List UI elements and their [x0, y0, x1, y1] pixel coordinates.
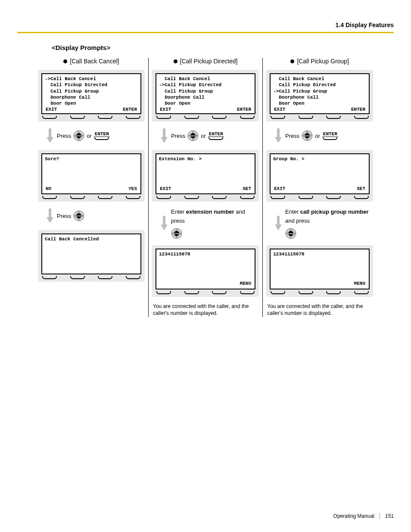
screen-footer: EXITENTER — [273, 106, 366, 112]
step-instruction: PressENTERorENTER — [274, 128, 373, 144]
arrow-down-icon — [274, 128, 283, 143]
softkey[interactable] — [212, 196, 227, 199]
softkey[interactable] — [240, 116, 255, 119]
softkey[interactable] — [299, 196, 313, 199]
soft-label-right: ENTER — [351, 106, 365, 112]
display-unit: Call Back Cancel ->Call Pickup Directed … — [152, 70, 259, 121]
nav-enter-icon[interactable]: ENTER — [302, 130, 313, 141]
softkey[interactable] — [271, 291, 285, 294]
softkey[interactable] — [156, 116, 171, 119]
soft-label-right: ENTER — [123, 106, 137, 112]
arrow-down-icon — [46, 208, 54, 223]
column: [Call Back Cancel]->Call Back Cancel Cal… — [34, 58, 148, 317]
display-unit: 12341115678MENU — [266, 245, 373, 297]
softkey[interactable] — [156, 291, 171, 294]
softkey[interactable] — [212, 291, 227, 294]
svg-marker-37 — [275, 137, 282, 143]
softkey[interactable] — [70, 276, 85, 279]
lcd-screen: Call Back Cancel Call Pickup Directed ->… — [270, 73, 370, 114]
soft-label-right: MENU — [240, 280, 251, 286]
softkey-row — [41, 274, 141, 279]
step-text: Enter call pickup group number and press — [285, 208, 373, 226]
soft-label-left: EXIT — [274, 106, 285, 112]
svg-text:ENTER: ENTER — [174, 233, 180, 234]
softkey-row — [270, 194, 370, 199]
softkey[interactable] — [354, 116, 369, 119]
nav-enter-icon[interactable]: ENTER — [171, 228, 182, 239]
column: [Call Pickup Directed] Call Back Cancel … — [148, 58, 262, 317]
screen-body: Sure? — [45, 156, 138, 186]
lcd-screen: 12341115678MENU — [156, 249, 255, 289]
screen-body: Extension No. > — [159, 156, 252, 186]
display-unit: ->Call Back Cancel Call Pickup Directed … — [38, 70, 145, 121]
screen-body: Call Back Cancelled — [45, 236, 138, 272]
arrow-down-icon — [46, 128, 54, 143]
softkey[interactable] — [70, 196, 85, 199]
softkey[interactable] — [156, 196, 171, 199]
softkey[interactable] — [354, 196, 369, 199]
svg-rect-0 — [49, 128, 51, 137]
svg-text:ENTER: ENTER — [305, 135, 310, 137]
enter-softkey[interactable]: ENTER — [208, 131, 224, 140]
softkey[interactable] — [126, 116, 140, 119]
screen-body: ->Call Back Cancel Call Pickup Directed … — [45, 76, 138, 106]
columns: [Call Back Cancel]->Call Back Cancel Cal… — [17, 58, 394, 317]
softkey[interactable] — [299, 291, 313, 294]
soft-label-left: NO — [46, 186, 51, 192]
note-text: You are connected with the caller, and t… — [267, 303, 372, 317]
enter-softkey[interactable]: ENTER — [322, 131, 338, 140]
softkey[interactable] — [42, 196, 57, 199]
softkey[interactable] — [184, 196, 199, 199]
softkey[interactable] — [42, 116, 57, 119]
screen-footer: MENU — [273, 280, 366, 286]
softkey[interactable] — [240, 291, 255, 294]
lcd-screen: 12341115678MENU — [270, 249, 370, 289]
soft-label-right: MENU — [354, 280, 365, 286]
column-title: [Call Back Cancel] — [38, 58, 145, 65]
softkey[interactable] — [326, 291, 341, 294]
softkey[interactable] — [70, 116, 85, 119]
page: 1.4 Display Features <Display Prompts> [… — [0, 0, 411, 532]
lcd-screen: Sure?NOYES — [41, 153, 141, 194]
softkey[interactable] — [126, 196, 140, 199]
soft-label-right: YES — [128, 186, 137, 192]
softkey[interactable] — [126, 276, 140, 279]
step-text: Press — [57, 213, 71, 219]
nav-enter-icon[interactable]: ENTER — [73, 130, 84, 141]
softkey[interactable] — [184, 116, 199, 119]
step-text: or — [201, 133, 206, 139]
softkey[interactable] — [184, 291, 199, 294]
nav-enter-icon[interactable]: ENTER — [285, 228, 296, 239]
svg-marker-19 — [161, 137, 168, 143]
softkey[interactable] — [98, 116, 112, 119]
step-text: or — [87, 133, 92, 139]
step-instruction: Enter call pickup group number and press… — [274, 208, 373, 239]
lcd-screen: Group No. >EXITSET — [270, 153, 370, 194]
softkey[interactable] — [212, 116, 227, 119]
nav-enter-icon[interactable]: ENTER — [187, 130, 199, 141]
svg-rect-18 — [163, 128, 165, 137]
softkey[interactable] — [98, 276, 112, 279]
softkey[interactable] — [299, 116, 313, 119]
soft-label-left: EXIT — [46, 106, 57, 112]
step-text: Press — [171, 133, 185, 139]
enter-softkey[interactable]: ENTER — [94, 131, 110, 140]
softkey[interactable] — [240, 196, 255, 199]
softkey[interactable] — [326, 116, 341, 119]
bullet-icon — [63, 59, 67, 63]
arrow-down-icon — [160, 128, 168, 143]
column-title-text: [Call Back Cancel] — [70, 58, 119, 65]
softkey[interactable] — [42, 276, 57, 279]
footer-page: 151 — [385, 513, 394, 519]
softkey[interactable] — [98, 196, 112, 199]
lcd-screen: ->Call Back Cancel Call Pickup Directed … — [41, 73, 141, 114]
column: [Call Pickup Group] Call Back Cancel Cal… — [262, 58, 377, 317]
screen-footer: EXITENTER — [45, 106, 138, 112]
softkey[interactable] — [354, 291, 369, 294]
bullet-icon — [174, 59, 177, 63]
softkey[interactable] — [271, 196, 285, 199]
softkey-row — [156, 289, 255, 294]
softkey[interactable] — [326, 196, 341, 199]
nav-enter-icon[interactable]: ENTER — [73, 210, 84, 221]
softkey[interactable] — [271, 116, 285, 119]
